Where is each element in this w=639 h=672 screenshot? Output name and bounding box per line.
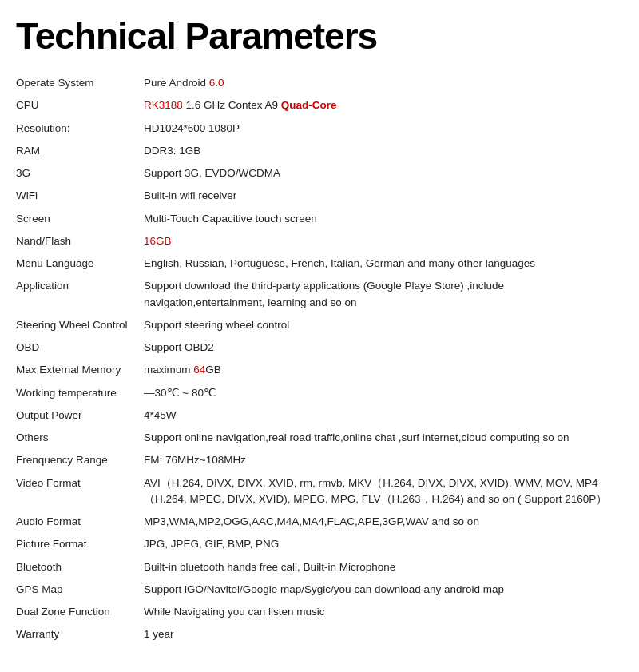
- param-value: Support online navigation,real road traf…: [144, 427, 623, 449]
- param-label: Frenquency Range: [16, 449, 144, 471]
- param-value: Support steering wheel control: [144, 314, 623, 336]
- param-value: DDR3: 1GB: [144, 140, 623, 162]
- table-row: BluetoothBuilt-in bluetooth hands free c…: [16, 556, 623, 579]
- table-row: OBD Support OBD2: [16, 336, 623, 359]
- param-value: While Navigating you can listen music: [144, 601, 623, 623]
- param-value: English, Russian, Portuguese, French, It…: [144, 252, 623, 275]
- param-label: WiFi: [16, 185, 144, 207]
- table-row: 3G Support 3G, EVDO/WCDMA: [16, 162, 623, 185]
- table-row: Menu LanguageEnglish, Russian, Portugues…: [16, 252, 623, 275]
- param-value: —30℃ ~ 80℃: [144, 382, 623, 404]
- table-row: Warranty1 year: [16, 623, 623, 646]
- param-value: RK3188 1.6 GHz Contex A9 Quad-Core: [144, 94, 623, 117]
- param-value: Support download the third-party applica…: [144, 275, 623, 314]
- param-label: Output Power: [16, 404, 144, 427]
- param-label: CPU: [16, 94, 144, 117]
- param-label: Operate System: [16, 72, 144, 94]
- param-label: Steering Wheel Control: [16, 314, 144, 336]
- table-row: Others Support online navigation,real ro…: [16, 427, 623, 449]
- param-label: Warranty: [16, 623, 144, 646]
- table-row: ApplicationSupport download the third-pa…: [16, 275, 623, 314]
- param-value: 16GB: [144, 230, 623, 252]
- param-label: Dual Zone Function: [16, 601, 144, 623]
- param-value: 1 year: [144, 623, 623, 646]
- param-value: Multi-Touch Capacitive touch screen: [144, 208, 623, 230]
- param-label: Working temperature: [16, 382, 144, 404]
- param-value: Built-in wifi receiver: [144, 185, 623, 207]
- param-value: MP3,WMA,MP2,OGG,AAC,M4A,MA4,FLAC,APE,3GP…: [144, 511, 623, 533]
- param-value: maximum 64GB: [144, 359, 623, 381]
- table-row: ScreenMulti-Touch Capacitive touch scree…: [16, 208, 623, 230]
- param-label: OBD: [16, 336, 144, 359]
- table-row: GPS MapSupport iGO/Navitel/Google map/Sy…: [16, 579, 623, 601]
- table-row: Nand/Flash16GB: [16, 230, 623, 252]
- table-row: Operate SystemPure Android 6.0: [16, 72, 623, 94]
- table-row: RAMDDR3: 1GB: [16, 140, 623, 162]
- param-value: AVI（H.264, DIVX, DIVX, XVID, rm, rmvb, M…: [144, 472, 623, 511]
- param-label: Resolution:: [16, 117, 144, 140]
- param-label: Application: [16, 275, 144, 314]
- table-row: CPURK3188 1.6 GHz Contex A9 Quad-Core: [16, 94, 623, 117]
- table-row: Resolution: HD1024*600 1080P: [16, 117, 623, 140]
- table-row: Working temperature—30℃ ~ 80℃: [16, 382, 623, 404]
- table-row: Picture FormatJPG, JPEG, GIF, BMP, PNG: [16, 533, 623, 555]
- param-value: FM: 76MHz~108MHz: [144, 449, 623, 471]
- param-value: Pure Android 6.0: [144, 72, 623, 94]
- param-label: Bluetooth: [16, 556, 144, 579]
- param-value: HD1024*600 1080P: [144, 117, 623, 140]
- param-label: Picture Format: [16, 533, 144, 555]
- param-value: 4*45W: [144, 404, 623, 427]
- table-row: Frenquency RangeFM: 76MHz~108MHz: [16, 449, 623, 471]
- param-label: Screen: [16, 208, 144, 230]
- table-row: Video FormatAVI（H.264, DIVX, DIVX, XVID,…: [16, 472, 623, 511]
- table-row: Dual Zone Function While Navigating you …: [16, 601, 623, 623]
- table-row: Max External Memorymaximum 64GB: [16, 359, 623, 381]
- param-value: Built-in bluetooth hands free call, Buil…: [144, 556, 623, 579]
- param-label: Others: [16, 427, 144, 449]
- table-row: Steering Wheel ControlSupport steering w…: [16, 314, 623, 336]
- param-label: 3G: [16, 162, 144, 185]
- param-value: JPG, JPEG, GIF, BMP, PNG: [144, 533, 623, 555]
- param-label: GPS Map: [16, 579, 144, 601]
- param-label: Menu Language: [16, 252, 144, 275]
- param-value: Support iGO/Navitel/Google map/Sygic/you…: [144, 579, 623, 601]
- table-row: Output Power4*45W: [16, 404, 623, 427]
- param-label: Nand/Flash: [16, 230, 144, 252]
- page-title: Technical Parameters: [16, 14, 623, 58]
- params-table: Operate SystemPure Android 6.0CPURK3188 …: [16, 72, 623, 646]
- param-value: Support 3G, EVDO/WCDMA: [144, 162, 623, 185]
- table-row: Audio FormatMP3,WMA,MP2,OGG,AAC,M4A,MA4,…: [16, 511, 623, 533]
- param-label: Video Format: [16, 472, 144, 511]
- table-row: WiFiBuilt-in wifi receiver: [16, 185, 623, 207]
- param-label: Max External Memory: [16, 359, 144, 381]
- param-label: RAM: [16, 140, 144, 162]
- param-value: Support OBD2: [144, 336, 623, 359]
- param-label: Audio Format: [16, 511, 144, 533]
